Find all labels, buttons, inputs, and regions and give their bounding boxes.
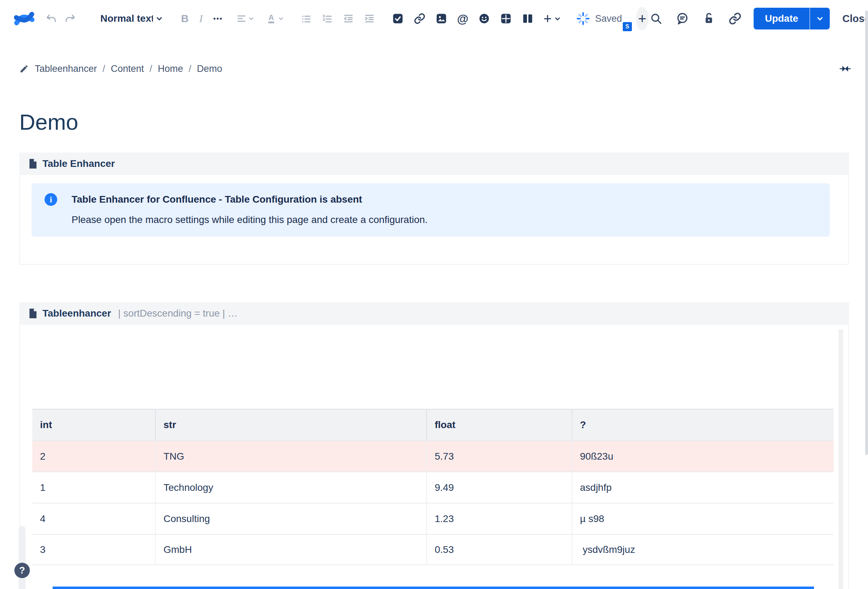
bullet-list-icon	[301, 13, 312, 24]
invite-add-button[interactable]: +	[636, 7, 648, 30]
update-options-button[interactable]	[809, 8, 830, 29]
layouts-button[interactable]	[520, 11, 535, 26]
chevron-down-icon	[278, 16, 284, 21]
breadcrumb: Tableenhancer / Content / Home / Demo	[19, 62, 851, 76]
page-title[interactable]: Demo	[19, 109, 78, 135]
insert-more-button[interactable]: +	[542, 10, 562, 27]
svg-text:A: A	[269, 13, 274, 22]
cell-q: asdjhfp	[571, 471, 834, 503]
macro-scrollbar-track[interactable]	[838, 330, 843, 589]
cell-int: 2	[32, 440, 155, 471]
bold-button[interactable]: B	[180, 12, 190, 25]
table-row: 3 GmbH 0.53 ysdvßm9juz	[32, 534, 834, 565]
breadcrumb-separator: /	[149, 63, 152, 74]
macro-title: Table Enhancer	[43, 158, 115, 169]
macro-body[interactable]: int str float ? 2 TNG 5.73 90ß23u 1	[19, 325, 849, 589]
confluence-editor: Normal text B I ••• A	[0, 0, 868, 589]
cell-q: 90ß23u	[571, 440, 834, 471]
text-style-dropdown[interactable]: Normal text	[100, 13, 163, 24]
italic-button[interactable]: I	[198, 12, 204, 25]
cell-int: 3	[32, 534, 155, 565]
selection-accent-bar	[53, 586, 814, 589]
column-header-float[interactable]: float	[426, 409, 571, 440]
insert-link-button[interactable]	[412, 11, 427, 26]
cell-str: Consulting	[155, 503, 426, 534]
table-icon	[500, 13, 512, 25]
outdent-icon	[343, 13, 354, 24]
edit-pencil-icon	[19, 64, 29, 74]
editor-toolbar: Normal text B I ••• A	[0, 0, 868, 37]
mention-button[interactable]: @	[456, 12, 470, 26]
table-row: 2 TNG 5.73 90ß23u	[32, 440, 834, 471]
task-list-button[interactable]	[391, 11, 405, 26]
outdent-button[interactable]	[341, 12, 356, 26]
cell-int: 4	[32, 503, 155, 534]
saved-status: Saved	[595, 13, 622, 24]
breadcrumb-item-content[interactable]: Content	[111, 63, 144, 74]
table-row: 4 Consulting 1.23 µ s98	[32, 503, 834, 534]
text-color-icon: A	[266, 13, 276, 24]
table-header-row: int str float ?	[32, 409, 834, 440]
breadcrumb-item-home[interactable]: Home	[158, 63, 183, 74]
more-formatting-button[interactable]: •••	[212, 14, 224, 24]
macro-left-scroll-track[interactable]	[19, 526, 26, 589]
cell-float: 5.73	[426, 440, 571, 471]
unlock-button[interactable]	[701, 10, 716, 27]
table-row: 1 Technology 9.49 asdjhfp	[32, 471, 834, 503]
saving-spinner-icon	[576, 12, 590, 26]
chevron-down-icon	[554, 16, 561, 21]
layouts-icon	[522, 13, 534, 25]
image-icon	[435, 13, 447, 25]
collapse-arrows-icon	[839, 64, 851, 73]
macro-header[interactable]: Tableenhancer | sortDescending = true | …	[19, 302, 849, 325]
redo-button[interactable]	[62, 12, 77, 25]
search-icon	[650, 12, 663, 25]
column-header-q[interactable]: ?	[571, 409, 834, 440]
breadcrumb-item-demo[interactable]: Demo	[197, 63, 222, 74]
update-button[interactable]: Update	[754, 8, 809, 29]
cell-str: GmbH	[155, 534, 426, 565]
help-button[interactable]: ?	[15, 563, 30, 578]
undo-button[interactable]	[44, 12, 59, 25]
unlock-icon	[703, 12, 715, 25]
numbered-list-icon	[322, 13, 333, 24]
confluence-logo-icon	[14, 9, 34, 29]
document-icon	[28, 159, 38, 169]
cell-float: 1.23	[426, 503, 571, 534]
collapse-width-button[interactable]	[839, 64, 851, 73]
column-header-int[interactable]: int	[32, 409, 155, 440]
cell-int: 1	[32, 471, 155, 503]
column-header-str[interactable]: str	[155, 409, 426, 440]
indent-button[interactable]	[362, 12, 376, 26]
cell-q: ysdvßm9juz	[571, 534, 834, 565]
align-icon	[236, 13, 247, 24]
cell-q: µ s98	[571, 503, 834, 534]
comment-search-icon	[676, 12, 689, 25]
macro-body[interactable]: i Table Enhancer for Confluence - Table …	[19, 175, 849, 265]
bullet-list-button[interactable]	[299, 12, 313, 26]
copy-link-button[interactable]	[727, 10, 743, 27]
breadcrumb-separator: /	[189, 63, 192, 74]
close-button[interactable]: Close	[840, 13, 868, 25]
macro-params: | sortDescending = true | …	[118, 308, 238, 319]
info-panel-body: Please open the macro settings while edi…	[72, 214, 428, 225]
page-scrollbar-thumb[interactable]	[865, 10, 868, 455]
chevron-down-icon	[248, 16, 254, 21]
macro-header[interactable]: Table Enhancer	[19, 153, 849, 175]
macro-title: Tableenhancer	[43, 308, 111, 319]
breadcrumb-item-space[interactable]: Tableenhancer	[35, 63, 97, 74]
avatar-status-badge: S	[621, 21, 633, 32]
enhanced-table: int str float ? 2 TNG 5.73 90ß23u 1	[32, 409, 834, 565]
macro-tableenhancer: Tableenhancer | sortDescending = true | …	[19, 302, 849, 589]
search-button[interactable]	[648, 11, 664, 26]
indent-icon	[364, 13, 375, 24]
insert-table-button[interactable]	[499, 11, 513, 26]
alignment-dropdown[interactable]	[235, 12, 255, 25]
insert-image-button[interactable]	[434, 11, 449, 26]
text-color-dropdown[interactable]: A	[264, 12, 285, 26]
text-style-label: Normal text	[100, 13, 153, 24]
emoji-button[interactable]	[477, 11, 492, 26]
numbered-list-button[interactable]	[320, 12, 334, 26]
inline-comments-button[interactable]	[674, 10, 691, 27]
link-icon	[414, 13, 425, 25]
